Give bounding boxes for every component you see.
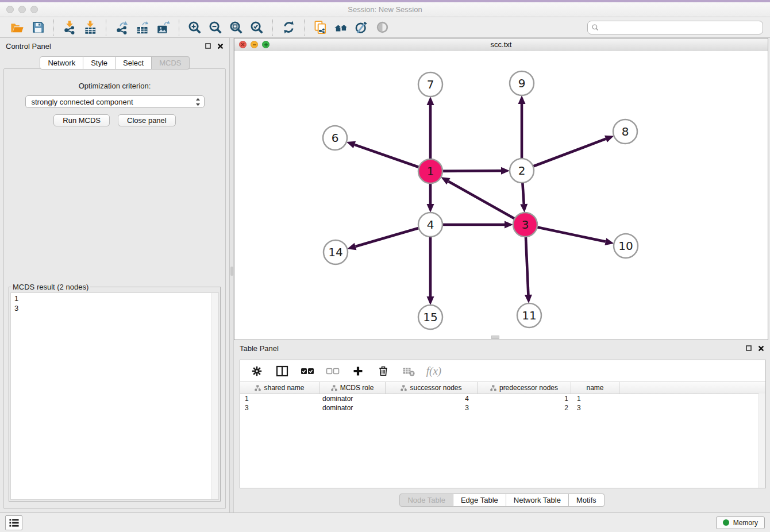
graph-node-label-3: 3: [522, 218, 529, 232]
network-graph: 7968124314101511: [234, 51, 768, 340]
app-titlebar: Session: New Session: [0, 2, 770, 17]
table-panel: Table Panel: [234, 340, 770, 512]
toolbar-separator: [179, 20, 179, 36]
export-image-icon[interactable]: [153, 18, 174, 37]
table-cell[interactable]: 1: [240, 395, 319, 403]
dropdown-chevrons-icon: [195, 98, 201, 106]
new-network-from-selection-icon[interactable]: [310, 18, 330, 37]
table-panel-tabs: Node TableEdge TableNetwork TableMotifs: [399, 494, 604, 507]
delete-column-icon[interactable]: [374, 363, 393, 380]
tab-select[interactable]: Select: [116, 56, 152, 70]
close-panel-icon[interactable]: [217, 43, 224, 49]
save-session-icon[interactable]: [28, 18, 48, 37]
table-row[interactable]: 1dominator411: [240, 394, 765, 403]
table-cell[interactable]: 4: [386, 395, 478, 403]
toolbar-separator: [106, 20, 106, 36]
toolbar-separator: [272, 20, 273, 36]
tab-style[interactable]: Style: [83, 56, 116, 70]
cytoscape-window: { "titlebar": { "title": "Session: New S…: [0, 0, 770, 532]
run-mcds-button[interactable]: Run MCDS: [53, 114, 110, 126]
panel-divider[interactable]: [230, 38, 234, 512]
column-header-label: MCDS role: [340, 384, 374, 392]
table-settings-icon[interactable]: [247, 363, 267, 380]
table-row[interactable]: 3dominator323: [240, 403, 765, 413]
split-table-view-icon[interactable]: [272, 363, 292, 380]
network-view-window: scc.txt 7968124314101511: [234, 38, 768, 340]
control-panel-tabs: NetworkStyleSelectMCDS: [40, 56, 189, 70]
graph-node-label-14: 14: [328, 245, 342, 259]
close-table-panel-icon[interactable]: [758, 345, 764, 352]
birds-eye-view-icon[interactable]: [372, 18, 392, 37]
tab-motifs[interactable]: Motifs: [569, 494, 605, 507]
toolbar-separator: [53, 20, 54, 36]
network-window-titlebar[interactable]: scc.txt: [234, 38, 768, 52]
select-all-columns-icon[interactable]: [298, 363, 317, 380]
function-builder-icon[interactable]: f(x): [424, 363, 444, 380]
graph-node-label-11: 11: [522, 309, 536, 322]
control-panel-header: Control Panel: [0, 38, 229, 54]
graphics-details-icon[interactable]: [351, 18, 372, 37]
float-panel-icon[interactable]: [205, 43, 211, 49]
column-tree-icon: [331, 385, 337, 391]
delete-table-icon[interactable]: [399, 363, 418, 380]
table-cell[interactable]: 3: [571, 404, 619, 412]
search-field[interactable]: [587, 21, 763, 34]
column-header-shared-name[interactable]: shared name: [240, 382, 319, 394]
tab-network[interactable]: Network: [40, 56, 83, 70]
control-panel: Control Panel NetworkStyleSelectMCDS Opt…: [0, 38, 230, 512]
canvas-resize-handle[interactable]: [491, 336, 499, 339]
zoom-fit-icon[interactable]: [226, 18, 247, 37]
graph-node-label-9: 9: [518, 76, 526, 90]
node-table: f(x) shared nameMCDS rolesuccessor nodes…: [240, 360, 766, 488]
result-scrollbar[interactable]: [211, 293, 218, 499]
search-input[interactable]: [602, 22, 759, 32]
column-header-mcds-role[interactable]: MCDS role: [319, 382, 386, 394]
tab-network-table[interactable]: Network Table: [506, 494, 569, 507]
table-cell[interactable]: dominator: [319, 395, 386, 403]
table-cell[interactable]: dominator: [319, 404, 386, 412]
apply-layout-icon[interactable]: [278, 18, 299, 37]
table-cell[interactable]: 1: [571, 395, 619, 403]
tab-mcds[interactable]: MCDS: [152, 56, 189, 70]
import-network-icon[interactable]: [59, 18, 80, 37]
zoom-out-icon[interactable]: [205, 18, 226, 37]
graph-node-label-4: 4: [427, 218, 434, 232]
column-header-name[interactable]: name: [571, 382, 619, 394]
network-canvas[interactable]: 7968124314101511: [234, 51, 768, 340]
table-cell[interactable]: 3: [240, 404, 319, 412]
column-header-label: name: [586, 384, 603, 392]
table-cell[interactable]: 2: [478, 404, 571, 412]
main-toolbar: [0, 17, 770, 38]
import-table-icon[interactable]: [80, 18, 101, 37]
task-history-button[interactable]: [5, 515, 22, 530]
table-cell[interactable]: 1: [478, 395, 571, 403]
close-panel-button[interactable]: Close panel: [118, 114, 176, 126]
network-overview-icon[interactable]: [330, 18, 351, 37]
list-icon: [9, 518, 20, 528]
criterion-dropdown[interactable]: strongly connected component: [25, 95, 205, 108]
graph-node-label-1: 1: [427, 164, 434, 178]
tab-edge-table[interactable]: Edge Table: [453, 494, 506, 507]
export-network-icon[interactable]: [111, 18, 132, 37]
column-header-predecessor-nodes[interactable]: predecessor nodes: [478, 382, 571, 394]
deselect-all-columns-icon[interactable]: [323, 363, 342, 380]
graph-node-label-10: 10: [618, 239, 633, 253]
graph-edge-3-1[interactable]: [448, 182, 525, 225]
memory-button[interactable]: Memory: [716, 516, 765, 529]
graph-node-label-2: 2: [518, 164, 526, 178]
table-panel-title: Table Panel: [240, 344, 279, 353]
open-session-icon[interactable]: [7, 18, 28, 37]
table-scrollbar[interactable]: [759, 394, 765, 488]
function-builder-label: f(x): [426, 365, 441, 377]
table-cell[interactable]: 3: [386, 404, 478, 412]
zoom-selected-icon[interactable]: [247, 18, 267, 37]
export-table-icon[interactable]: [132, 18, 153, 37]
tab-node-table[interactable]: Node Table: [399, 494, 453, 507]
zoom-in-icon[interactable]: [184, 18, 205, 37]
graph-edge-2-8[interactable]: [522, 139, 606, 171]
graph-node-label-15: 15: [423, 310, 437, 324]
float-table-panel-icon[interactable]: [746, 345, 752, 351]
column-header-successor-nodes[interactable]: successor nodes: [386, 382, 478, 394]
add-column-icon[interactable]: [348, 363, 368, 380]
panel-divider-handle[interactable]: [230, 267, 233, 276]
